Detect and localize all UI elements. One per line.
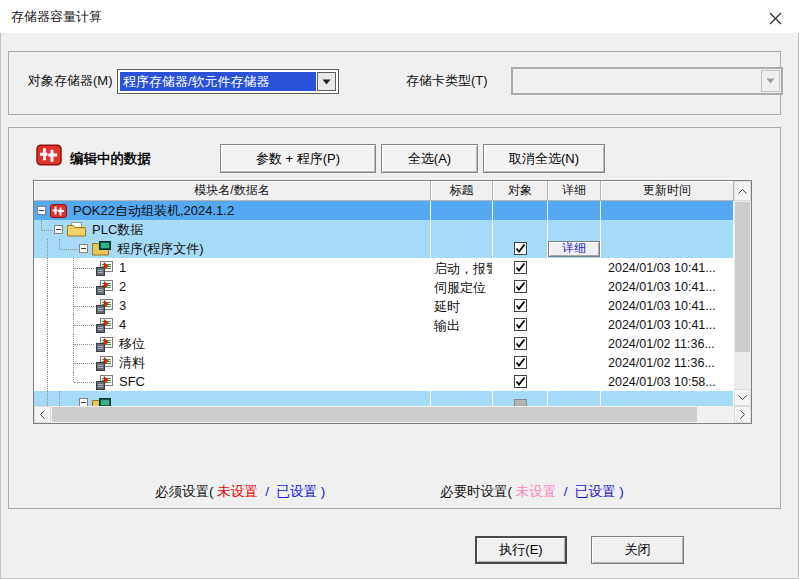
tree-node-label: PLC数据 (91, 221, 143, 239)
detail-cell (548, 296, 601, 315)
program-file-icon (96, 355, 113, 371)
param-program-button[interactable]: 参数 + 程序(P) (220, 144, 376, 173)
target-checkbox[interactable] (514, 280, 527, 293)
detail-cell (548, 391, 601, 406)
chevron-down-icon (761, 70, 780, 92)
title-cell (431, 239, 493, 258)
updated-cell (601, 220, 734, 239)
horizontal-scroll-thumb[interactable] (52, 407, 697, 422)
table-row[interactable]: 移位2024/01/02 11:36... (34, 334, 734, 353)
scroll-down-icon[interactable] (734, 389, 751, 406)
updated-cell: 2024/01/03 10:41... (601, 315, 734, 334)
table-row[interactable]: 4输出2024/01/03 10:41... (34, 315, 734, 334)
detail-cell (548, 372, 601, 391)
chevron-down-icon[interactable] (317, 72, 336, 91)
target-cell (493, 353, 548, 372)
tree-node-label: 程序(程序文件) (116, 240, 204, 258)
target-cell (493, 372, 548, 391)
tree-node-label: 3 (118, 298, 126, 313)
title-cell (431, 201, 493, 220)
title-cell: 伺服定位 (431, 277, 493, 296)
title-cell (431, 353, 493, 372)
column-header-updated: 更新时间 (601, 181, 734, 201)
scroll-up-icon[interactable] (734, 181, 751, 201)
project-icon (36, 143, 62, 171)
table-row[interactable]: 程序(程序文件)详细 (34, 239, 734, 258)
detail-button[interactable]: 详细 (548, 241, 600, 257)
tree-expander-icon[interactable] (37, 206, 46, 215)
target-memory-select[interactable]: 程序存储器/软元件存储器 (117, 69, 339, 94)
editing-data-title: 编辑中的数据 (70, 150, 151, 168)
close-button[interactable]: 关闭 (591, 536, 684, 564)
program-file-icon (96, 336, 113, 352)
deselect-all-button[interactable]: 取消全选(N) (483, 144, 605, 173)
vertical-scrollbar[interactable] (734, 181, 751, 406)
tree-cell: POK22自动组装机,2024.1.2 (34, 201, 431, 220)
target-cell (493, 391, 548, 406)
target-cell (493, 201, 548, 220)
target-checkbox[interactable] (514, 242, 527, 255)
required-set-label: 已设置 (277, 484, 318, 499)
target-checkbox[interactable] (514, 261, 527, 274)
detail-cell (548, 220, 601, 239)
target-checkbox[interactable] (514, 375, 527, 388)
horizontal-scrollbar[interactable] (34, 406, 751, 423)
column-header-detail: 详细 (548, 181, 601, 201)
title-cell (431, 220, 493, 239)
vertical-scroll-thumb[interactable] (735, 202, 750, 352)
required-legend: 必须设置( 未设置 / 已设置 ) (155, 483, 325, 501)
tree-node-label: 4 (118, 317, 126, 332)
table-row[interactable] (34, 391, 734, 406)
tree-expander-icon[interactable] (79, 398, 88, 406)
target-checkbox[interactable] (514, 337, 527, 350)
program-folder-icon (92, 241, 111, 256)
execute-button[interactable]: 执行(E) (475, 536, 567, 564)
dialog-title: 存储器容量计算 (11, 8, 102, 26)
select-all-button[interactable]: 全选(A) (381, 144, 478, 173)
tree-cell: 1 (34, 258, 431, 277)
title-cell: 输出 (431, 315, 493, 334)
updated-cell: 2024/01/03 10:58... (601, 372, 734, 391)
scroll-left-icon[interactable] (34, 406, 51, 423)
target-checkbox[interactable] (514, 318, 527, 331)
title-cell (431, 334, 493, 353)
title-cell: 启动，报警 (431, 258, 493, 277)
updated-cell (601, 391, 734, 406)
updated-cell: 2024/01/03 10:41... (601, 258, 734, 277)
updated-cell: 2024/01/02 11:36... (601, 353, 734, 372)
column-header-target: 对象 (493, 181, 548, 201)
tree-cell: 2 (34, 277, 431, 296)
program-file-icon (96, 298, 113, 314)
updated-cell (601, 201, 734, 220)
tree-node-label: 清料 (118, 354, 145, 372)
title-cell: 延时 (431, 296, 493, 315)
table-row[interactable]: 清料2024/01/02 11:36... (34, 353, 734, 372)
detail-cell (548, 258, 601, 277)
table-row[interactable]: POK22自动组装机,2024.1.2 (34, 201, 734, 220)
target-checkbox[interactable] (514, 356, 527, 369)
tree-node-label: 1 (118, 260, 126, 275)
tree-expander-icon[interactable] (54, 225, 63, 234)
required-unset-label: 未设置 (217, 484, 258, 499)
table-row[interactable]: SFC2024/01/03 10:58... (34, 372, 734, 391)
table-row[interactable]: PLC数据 (34, 220, 734, 239)
target-cell (493, 315, 548, 334)
tree-expander-icon[interactable] (79, 244, 88, 253)
target-checkbox[interactable] (514, 299, 527, 312)
detail-cell (548, 315, 601, 334)
tree-cell: 4 (34, 315, 431, 334)
detail-cell (548, 353, 601, 372)
tree-cell: SFC (34, 372, 431, 391)
table-row[interactable]: 2伺服定位2024/01/03 10:41... (34, 277, 734, 296)
close-icon[interactable] (765, 8, 785, 28)
scroll-right-icon[interactable] (734, 406, 751, 423)
folder-icon (67, 222, 86, 237)
optional-unset-label: 未设置 (516, 484, 557, 499)
table-row[interactable]: 1启动，报警2024/01/03 10:41... (34, 258, 734, 277)
table-row[interactable]: 3延时2024/01/03 10:41... (34, 296, 734, 315)
data-table: 模块名/数据名 标题 对象 详细 更新时间 POK22自动组装机,2024.1.… (33, 180, 752, 424)
table-header: 模块名/数据名 标题 对象 详细 更新时间 (34, 181, 734, 201)
optional-set-label: 已设置 (575, 484, 616, 499)
updated-cell: 2024/01/03 10:41... (601, 277, 734, 296)
card-type-value (514, 70, 760, 92)
